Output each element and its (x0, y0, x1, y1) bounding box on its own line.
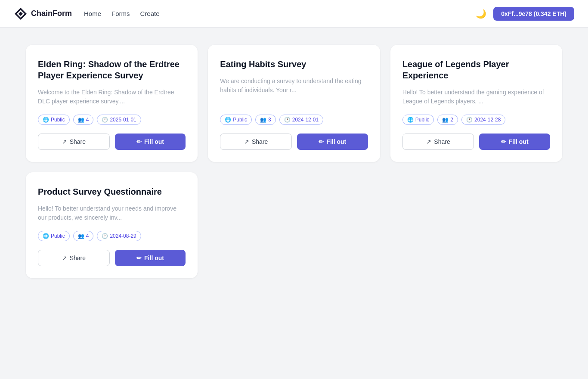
clock-icon: 🕐 (102, 233, 108, 239)
card-4-tag-count: 👥 4 (73, 231, 94, 241)
card-2-desc: We are conducting a survey to understand… (220, 77, 368, 106)
card-1-fillout-button[interactable]: ✏ Fill out (115, 134, 186, 150)
cards-grid-bottom: Product Survey Questionnaire Hello! To b… (26, 172, 562, 278)
card-2-actions: ↗ Share ✏ Fill out (220, 134, 368, 150)
card-1-tags: 🌐 Public 👥 4 🕐 2025-01-01 (38, 115, 186, 125)
card-4-share-button[interactable]: ↗ Share (38, 250, 110, 266)
users-icon: 👥 (442, 117, 449, 123)
share-icon: ↗ (62, 138, 67, 145)
share-icon: ↗ (244, 138, 249, 145)
card-4-actions: ↗ Share ✏ Fill out (38, 250, 186, 266)
globe-icon: 🌐 (407, 117, 414, 123)
edit-icon: ✏ (501, 138, 506, 145)
card-4-tag-date: 🕐 2024-08-29 (97, 231, 141, 241)
nav-forms[interactable]: Forms (111, 10, 130, 17)
card-3-tag-public: 🌐 Public (402, 115, 434, 125)
card-2-tag-date: 🕐 2024-12-01 (279, 115, 323, 125)
clock-icon: 🕐 (284, 117, 291, 123)
card-4-fillout-button[interactable]: ✏ Fill out (115, 250, 186, 266)
form-card-4: Product Survey Questionnaire Hello! To b… (26, 172, 198, 278)
card-2-fillout-button[interactable]: ✏ Fill out (297, 134, 368, 150)
main-nav: Home Forms Create (84, 10, 160, 18)
cards-grid-top: Elden Ring: Shadow of the Erdtree Player… (26, 45, 562, 162)
wallet-button[interactable]: 0xFf...9e78 (0.342 ETH) (493, 7, 574, 21)
main-content: Elden Ring: Shadow of the Erdtree Player… (0, 28, 588, 295)
card-1-desc: Welcome to the Elden Ring: Shadow of the… (38, 88, 186, 106)
card-3-share-button[interactable]: ↗ Share (402, 134, 474, 150)
clock-icon: 🕐 (102, 117, 108, 123)
header-right: 🌙 0xFf...9e78 (0.342 ETH) (476, 7, 574, 21)
nav-home[interactable]: Home (84, 10, 101, 17)
header-left: ChainForm Home Forms Create (14, 7, 160, 21)
card-2-title: Eating Habits Survey (220, 59, 368, 70)
share-icon: ↗ (426, 138, 431, 145)
card-3-title: League of Legends Player Experience (402, 59, 550, 81)
card-3-tag-date: 🕐 2024-12-28 (461, 115, 505, 125)
card-4-title: Product Survey Questionnaire (38, 186, 186, 197)
card-1-title: Elden Ring: Shadow of the Erdtree Player… (38, 59, 186, 81)
card-1-share-button[interactable]: ↗ Share (38, 134, 110, 150)
card-3-actions: ↗ Share ✏ Fill out (402, 134, 550, 150)
card-3-tag-count: 👥 2 (437, 115, 458, 125)
globe-icon: 🌐 (43, 233, 49, 239)
form-card-2: Eating Habits Survey We are conducting a… (208, 45, 380, 162)
card-1-tag-count: 👥 4 (73, 115, 94, 125)
dark-mode-icon[interactable]: 🌙 (476, 9, 486, 19)
card-3-tags: 🌐 Public 👥 2 🕐 2024-12-28 (402, 115, 550, 125)
globe-icon: 🌐 (43, 117, 49, 123)
globe-icon: 🌐 (225, 117, 231, 123)
logo[interactable]: ChainForm (14, 7, 72, 21)
edit-icon: ✏ (319, 138, 324, 145)
card-4-desc: Hello! To better understand your needs a… (38, 204, 186, 222)
users-icon: 👥 (78, 117, 84, 123)
card-3-desc: Hello! To better understand the gaming e… (402, 88, 550, 106)
card-1-actions: ↗ Share ✏ Fill out (38, 134, 186, 150)
form-card-3: League of Legends Player Experience Hell… (390, 45, 562, 162)
clock-icon: 🕐 (466, 117, 473, 123)
card-2-tags: 🌐 Public 👥 3 🕐 2024-12-01 (220, 115, 368, 125)
card-4-tag-public: 🌐 Public (38, 231, 70, 241)
share-icon: ↗ (62, 255, 67, 261)
card-3-fillout-button[interactable]: ✏ Fill out (479, 134, 550, 150)
card-4-tags: 🌐 Public 👥 4 🕐 2024-08-29 (38, 231, 186, 241)
logo-icon (14, 7, 28, 21)
form-card-1: Elden Ring: Shadow of the Erdtree Player… (26, 45, 198, 162)
nav-create[interactable]: Create (140, 10, 160, 17)
card-2-tag-count: 👥 3 (255, 115, 276, 125)
users-icon: 👥 (260, 117, 266, 123)
card-1-tag-public: 🌐 Public (38, 115, 70, 125)
edit-icon: ✏ (136, 138, 142, 145)
edit-icon: ✏ (136, 255, 142, 261)
card-2-share-button[interactable]: ↗ Share (220, 134, 292, 150)
card-2-tag-public: 🌐 Public (220, 115, 252, 125)
users-icon: 👥 (78, 233, 84, 239)
header: ChainForm Home Forms Create 🌙 0xFf...9e7… (0, 0, 588, 28)
card-1-tag-date: 🕐 2025-01-01 (97, 115, 141, 125)
